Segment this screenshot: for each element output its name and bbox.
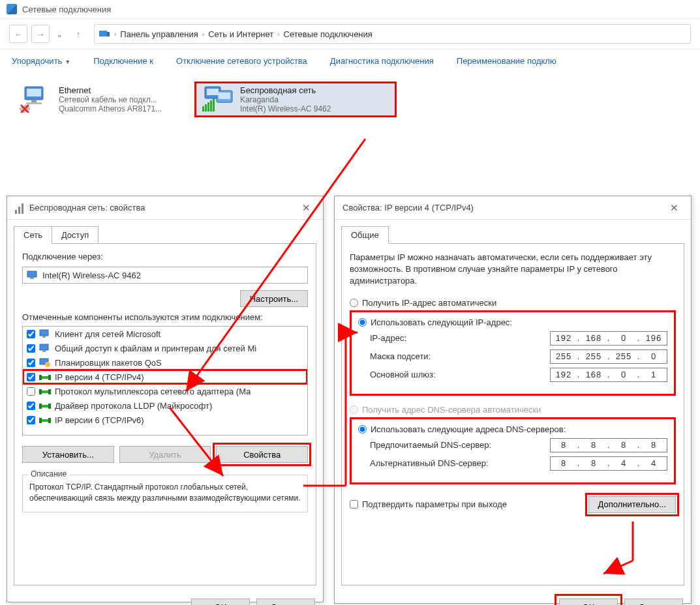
- validate-checkbox[interactable]: [350, 500, 358, 509]
- wifi-icon: [201, 85, 234, 113]
- component-item[interactable]: Протокол мультиплексора сетевого адаптер…: [23, 384, 307, 398]
- cancel-button[interactable]: Отмена: [256, 598, 315, 605]
- component-item[interactable]: Планировщик пакетов QoS: [23, 355, 307, 370]
- gw-input[interactable]: 192.168.0.1: [550, 368, 667, 382]
- component-checkbox[interactable]: [27, 344, 35, 353]
- wifi-bars-icon: [15, 202, 24, 214]
- svg-rect-14: [207, 102, 209, 111]
- components-list[interactable]: Клиент для сетей MicrosoftОбщий доступ к…: [22, 326, 308, 435]
- component-item[interactable]: Общий доступ к файлам и принтерам для се…: [23, 341, 307, 355]
- radio-auto-dns: [350, 406, 358, 414]
- ipv4-intro: Параметры IP можно назначать автоматичес…: [350, 252, 676, 288]
- ok-button[interactable]: OK: [191, 598, 250, 605]
- toolbar-rename[interactable]: Переименование подклю: [457, 56, 556, 66]
- svg-rect-32: [39, 389, 42, 394]
- component-checkbox[interactable]: [27, 330, 35, 338]
- close-icon[interactable]: ✕: [665, 200, 683, 216]
- svg-rect-25: [42, 350, 46, 352]
- svg-rect-0: [99, 31, 107, 37]
- svg-rect-1: [107, 32, 110, 37]
- mask-input[interactable]: 255.255.255.0: [550, 349, 667, 364]
- remove-button[interactable]: Удалить: [119, 446, 211, 463]
- radio-auto-dns-label: Получить адрес DNS-сервера автоматически: [362, 405, 541, 415]
- toolbar-disable[interactable]: Отключение сетевого устройства: [176, 56, 307, 66]
- configure-button[interactable]: Настроить...: [240, 290, 308, 307]
- breadcrumb-item[interactable]: Сетевые подключения: [284, 29, 373, 39]
- dialog-adapter-properties: Беспроводная сеть: свойства ✕ Сеть Досту…: [7, 196, 324, 602]
- cancel-button[interactable]: Отмена: [624, 598, 683, 605]
- components-label: Отмеченные компоненты используются этим …: [22, 312, 308, 322]
- adapter-name: Intel(R) Wireless-AC 9462: [42, 271, 141, 280]
- svg-rect-11: [219, 93, 230, 99]
- connection-title: Беспроводная сеть: [240, 85, 331, 95]
- svg-rect-20: [27, 271, 37, 277]
- advanced-button[interactable]: Дополнительно...: [588, 496, 676, 513]
- svg-rect-23: [42, 336, 46, 338]
- toolbar-organize[interactable]: Упорядочить▼: [12, 56, 70, 66]
- svg-rect-24: [40, 344, 48, 350]
- connection-title: Ethernet: [59, 85, 162, 95]
- component-checkbox[interactable]: [27, 359, 35, 367]
- toolbar-diagnose[interactable]: Диагностика подключения: [330, 56, 434, 66]
- ip-input[interactable]: 192.168.0.196: [550, 331, 667, 346]
- svg-rect-13: [205, 104, 207, 111]
- component-label: IP версии 6 (TCP/IPv6): [55, 415, 144, 425]
- component-item[interactable]: IP версии 4 (TCP/IPv4): [23, 370, 307, 384]
- component-checkbox[interactable]: [27, 387, 35, 396]
- toolbar: Упорядочить▼ Подключение к Отключение се…: [0, 50, 700, 72]
- toolbar-connect[interactable]: Подключение к: [93, 56, 153, 66]
- svg-rect-16: [213, 98, 215, 111]
- nav-bar: ← → ⌄ ↑ › Панель управления › Сеть и Инт…: [0, 18, 700, 50]
- pref-dns-input[interactable]: 8.8.8.8: [550, 438, 667, 452]
- component-checkbox[interactable]: [27, 402, 35, 410]
- pref-dns-label: Предпочитаемый DNS-сервер:: [370, 440, 550, 450]
- nav-forward-button[interactable]: →: [31, 25, 50, 43]
- component-checkbox[interactable]: [27, 373, 35, 381]
- tab-network[interactable]: Сеть: [14, 226, 52, 244]
- svg-rect-5: [26, 102, 42, 104]
- ok-button[interactable]: OK: [559, 598, 618, 605]
- qos-icon: [39, 357, 51, 368]
- radio-manual-dns-label: Использовать следующие адреса DNS-сервер…: [371, 424, 566, 434]
- nav-up-button[interactable]: ↑: [69, 25, 87, 43]
- svg-rect-31: [40, 391, 50, 393]
- tab-general[interactable]: Общие: [341, 226, 389, 244]
- nav-history-button[interactable]: ⌄: [53, 25, 65, 43]
- proto-icon: [39, 415, 51, 425]
- alt-dns-label: Альтернативный DNS-сервер:: [370, 458, 550, 468]
- connection-ethernet[interactable]: Ethernet Сетевой кабель не подкл... Qual…: [13, 81, 168, 117]
- component-item[interactable]: Клиент для сетей Microsoft: [23, 327, 307, 341]
- radio-auto-ip[interactable]: [350, 299, 358, 307]
- tab-access[interactable]: Доступ: [52, 226, 99, 244]
- svg-rect-35: [39, 404, 42, 409]
- component-label: Планировщик пакетов QoS: [55, 358, 162, 368]
- proto-icon: [39, 386, 51, 396]
- properties-button[interactable]: Свойства: [216, 446, 308, 463]
- component-item[interactable]: Драйвер протокола LLDP (Майкрософт): [23, 398, 307, 413]
- window-titlebar: Сетевые подключения: [0, 0, 700, 18]
- install-button[interactable]: Установить...: [22, 446, 114, 463]
- component-checkbox[interactable]: [27, 416, 35, 424]
- description-label: Описание: [28, 469, 69, 479]
- dialog-ipv4-properties: Свойства: IP версии 4 (TCP/IPv4) ✕ Общие…: [334, 196, 692, 604]
- dialog-title: Свойства: IP версии 4 (TCP/IPv4) ✕: [335, 196, 691, 220]
- nav-back-button[interactable]: ←: [9, 25, 27, 43]
- radio-auto-ip-label: Получить IP-адрес автоматически: [362, 298, 496, 308]
- connection-status: Сетевой кабель не подкл...: [59, 95, 162, 104]
- close-icon[interactable]: ✕: [297, 200, 315, 216]
- svg-rect-28: [40, 376, 50, 379]
- component-label: Драйвер протокола LLDP (Майкрософт): [55, 401, 212, 411]
- breadcrumb[interactable]: › Панель управления › Сеть и Интернет › …: [94, 24, 691, 44]
- radio-manual-dns[interactable]: [358, 425, 367, 434]
- alt-dns-input[interactable]: 8.8.4.4: [550, 456, 667, 471]
- validate-label: Подтвердить параметры при выходе: [362, 499, 507, 509]
- component-label: Общий доступ к файлам и принтерам для се…: [55, 344, 256, 353]
- proto-icon: [39, 372, 51, 382]
- connection-wifi[interactable]: Беспроводная сеть Karaganda Intel(R) Wir…: [194, 81, 397, 117]
- radio-manual-ip[interactable]: [358, 318, 367, 327]
- svg-rect-33: [48, 389, 51, 394]
- breadcrumb-item[interactable]: Панель управления: [120, 29, 198, 39]
- component-label: IP версии 4 (TCP/IPv4): [55, 372, 144, 382]
- breadcrumb-item[interactable]: Сеть и Интернет: [208, 29, 273, 39]
- component-item[interactable]: IP версии 6 (TCP/IPv6): [23, 413, 307, 427]
